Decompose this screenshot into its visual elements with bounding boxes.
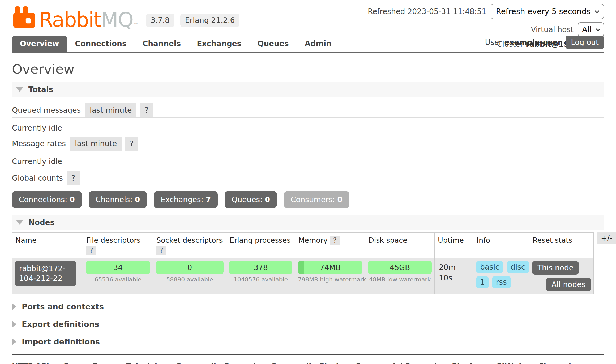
consumers-count-badge: Consumers: 0 [284,191,349,208]
disk-space-bar: 45GB [368,261,432,274]
memory-strategy-badge[interactable]: 1 [476,276,489,288]
memory-bar: 74MB [298,261,362,274]
footer-links: HTTP API Server Docs Tutorials Community… [0,355,616,364]
logout-button[interactable]: Log out [566,36,604,49]
rabbitmq-rabbit-icon [12,5,36,29]
uptime-cell: 20m 10s [435,258,473,294]
nodes-table: Name File descriptors ? Socket descripto… [12,232,594,294]
virtual-host-select[interactable]: All [578,22,604,37]
footer-link-http-api[interactable]: HTTP API [12,362,49,364]
tab-exchanges[interactable]: Exchanges [189,36,249,52]
rates-idle-text: Currently idle [12,157,604,166]
footer-link-server-docs[interactable]: Server Docs [63,362,112,364]
memory-help-badge[interactable]: ? [330,236,340,245]
virtual-host-label: Virtual host [531,25,574,34]
nodes-section-header[interactable]: Nodes [12,215,604,230]
rates-help-badge[interactable]: ? [125,137,138,151]
footer-link-community-slack[interactable]: Community Slack [271,362,341,364]
chevron-down-icon [594,8,599,13]
memory-rss-badge[interactable]: rss [492,276,511,288]
rabbitmq-version-badge: 3.7.8 [146,14,174,27]
reset-all-nodes-button[interactable]: All nodes [546,278,591,291]
exchanges-count-badge: Exchanges: 7 [154,191,218,208]
footer-link-tutorials[interactable]: Tutorials [126,362,161,364]
user-label: User example-user [485,38,562,47]
channels-count-badge: Channels: 0 [89,191,147,208]
global-counts-help-badge[interactable]: ? [67,171,80,185]
socket-descriptors-cell: 0 58890 available [153,258,226,294]
triangle-down-icon [16,87,23,92]
stats-level-badge: basic [476,261,503,273]
socket-descriptors-bar: 0 [156,261,224,274]
tab-connections[interactable]: Connections [67,36,135,52]
global-counts-label: Global counts [12,174,63,183]
tab-admin[interactable]: Admin [297,36,339,52]
tab-overview[interactable]: Overview [12,36,67,52]
queued-idle-text: Currently idle [12,124,604,132]
connections-count-badge: Connections: 0 [12,191,82,208]
reset-this-node-button[interactable]: This node [532,261,579,275]
tab-channels[interactable]: Channels [135,36,189,52]
node-name-badge: rabbit@172-104-212-22 [15,261,76,286]
footer-link-community-support[interactable]: Community Support [176,362,256,364]
triangle-right-icon [12,338,16,345]
global-counts-badges: Connections: 0 Channels: 0 Exchanges: 7 … [12,191,604,208]
node-row: rabbit@172-104-212-22 34 65536 available… [12,258,594,294]
erlang-processes-cell: 378 1048576 available [226,258,295,294]
import-definitions-section[interactable]: Import definitions [12,337,604,347]
chevron-down-icon [596,26,600,31]
rabbitmq-logo: RabbitMQ™ [12,5,139,29]
totals-section-header[interactable]: Totals [12,82,604,97]
export-definitions-section[interactable]: Export definitions [12,319,604,329]
disk-space-cell: 45GB 48MB low watermark [365,258,435,294]
global-counts-row: Global counts ? [12,171,604,185]
refreshed-timestamp: Refreshed 2023-05-31 11:48:51 [368,7,486,16]
file-descriptors-bar: 34 [86,261,150,274]
user-name: example-user [504,38,561,47]
column-selector-badge[interactable]: +/- [597,232,616,244]
main-nav: Overview Connections Channels Exchanges … [12,35,604,53]
col-file-descriptors: File descriptors ? [83,233,153,258]
message-rates-row: Message rates last minute ? [12,137,604,151]
nodes-table-header-row: Name File descriptors ? Socket descripto… [12,233,594,258]
refresh-interval-select[interactable]: Refresh every 5 seconds [491,4,604,19]
triangle-down-icon [16,220,23,225]
col-disk-space: Disk space [365,233,435,258]
logo-wordmark: RabbitMQ™ [39,11,139,29]
message-rates-label: Message rates [12,137,67,151]
memory-used-fill [298,261,304,274]
app-header: RabbitMQ™ 3.7.8 Erlang 21.2.6 Refreshed … [0,0,616,35]
queued-range-badge[interactable]: last minute [85,103,136,117]
col-uptime: Uptime [435,233,473,258]
col-socket-descriptors: Socket descriptors ? [153,233,226,258]
col-reset-stats: Reset stats [529,233,594,258]
col-erlang-processes: Erlang processes [226,233,295,258]
col-memory: Memory ? [295,233,365,258]
file-descriptors-cell: 34 65536 available [83,258,153,294]
reset-stats-cell: This node All nodes [529,258,594,294]
file-descriptors-help-badge[interactable]: ? [86,246,96,255]
col-name: Name [12,233,83,258]
triangle-right-icon [12,303,16,310]
info-cell: basic disc 1 rss [473,258,529,294]
erlang-processes-bar: 378 [229,261,292,274]
erlang-version-badge: Erlang 21.2.6 [180,14,240,27]
queued-messages-row: Queued messages last minute ? [12,103,604,118]
col-info: Info [473,233,529,258]
queued-messages-label: Queued messages [12,103,82,117]
triangle-right-icon [12,321,16,328]
ports-and-contexts-section[interactable]: Ports and contexts [12,302,604,312]
page-title: Overview [12,62,604,77]
queued-help-badge[interactable]: ? [140,103,153,117]
footer-link-changelog[interactable]: Changelog [538,362,581,364]
memory-cell: 74MB 798MB high watermark [295,258,365,294]
footer-link-plugins[interactable]: Plugins [452,362,482,364]
node-type-badge: disc [507,261,529,273]
rates-range-badge[interactable]: last minute [70,137,122,151]
footer-link-commercial-support[interactable]: Commercial Support [355,362,438,364]
queues-count-badge: Queues: 0 [225,191,277,208]
socket-descriptors-help-badge[interactable]: ? [156,246,166,255]
footer-link-github[interactable]: GitHub [496,362,524,364]
tab-queues[interactable]: Queues [249,36,297,52]
